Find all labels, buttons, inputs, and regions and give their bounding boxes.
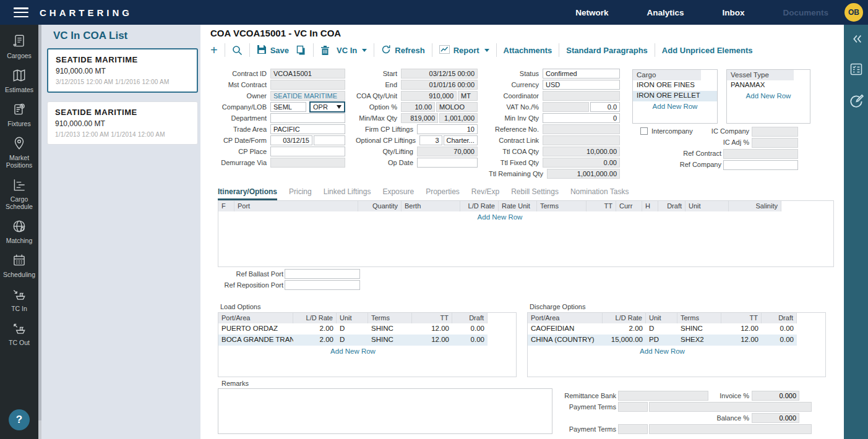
nav-documents[interactable]: Documents bbox=[783, 8, 828, 17]
ref-company-field[interactable] bbox=[723, 160, 798, 170]
itinerary-add-new-row-link[interactable]: Add New Row bbox=[218, 211, 781, 223]
cargo-item[interactable]: IRON ORE PELLET bbox=[633, 91, 717, 101]
sidebar-item-market-positions[interactable]: Market Positions bbox=[0, 135, 38, 169]
gantt-icon bbox=[11, 177, 27, 193]
tab-nomination-tasks[interactable]: Nomination Tasks bbox=[570, 187, 629, 200]
compose-sync-icon[interactable] bbox=[848, 93, 864, 111]
discharge-options-add-new-row-link[interactable]: Add New Row bbox=[528, 346, 797, 357]
copy-icon[interactable] bbox=[296, 45, 306, 56]
tab-itinerary-options[interactable]: Itinerary/Options bbox=[218, 187, 277, 200]
field-label: Min/Max Qty bbox=[356, 114, 401, 122]
delete-icon[interactable] bbox=[320, 45, 330, 56]
sidebar-item-tc-in[interactable]: TC In bbox=[0, 286, 38, 312]
tab-rev-exp[interactable]: Rev/Exp bbox=[471, 187, 499, 200]
help-button[interactable]: ? bbox=[9, 409, 30, 430]
cell: 0.00 bbox=[452, 335, 488, 346]
sidebar-item-matching[interactable]: Matching bbox=[0, 218, 38, 244]
report-dropdown[interactable]: Report bbox=[439, 45, 489, 56]
attachments-button[interactable]: Attachments bbox=[504, 46, 552, 55]
trade-area-field[interactable]: PACIFIC bbox=[270, 124, 345, 134]
currency-field[interactable]: USD bbox=[543, 80, 620, 90]
sidebar-item-scheduling[interactable]: Scheduling bbox=[0, 252, 38, 278]
nav-analytics[interactable]: Analytics bbox=[647, 8, 684, 17]
tab-exposure[interactable]: Exposure bbox=[382, 187, 414, 200]
search-icon[interactable] bbox=[232, 45, 243, 56]
cargo-box-header: Cargo bbox=[633, 70, 701, 80]
owner-field[interactable]: SEATIDE MARITIME bbox=[270, 91, 345, 101]
ref-ballast-port-field[interactable] bbox=[285, 269, 360, 279]
sidebar-item-estimates[interactable]: Estimates bbox=[0, 67, 38, 93]
optional-cp-count-field[interactable]: 3 bbox=[419, 135, 442, 145]
vessel-type-item[interactable]: PANAMAX bbox=[727, 80, 810, 91]
op-date-field[interactable] bbox=[417, 158, 478, 168]
list-panel-title: VC In COA List bbox=[53, 30, 199, 42]
sidebar-item-cargoes[interactable]: Cargoes bbox=[0, 33, 38, 59]
cp-date-field[interactable]: 03/12/15 bbox=[270, 135, 312, 145]
lob-dropdown[interactable]: OPR bbox=[309, 101, 345, 113]
new-button[interactable]: + bbox=[210, 44, 218, 56]
table-row[interactable]: CHINA (COUNTRY) 15,000.00 PD SHEX2 12.00… bbox=[528, 335, 825, 346]
min-inv-qty-field[interactable]: 0 bbox=[543, 113, 620, 123]
tab-linked-liftings[interactable]: Linked Liftings bbox=[324, 187, 371, 200]
department-field[interactable] bbox=[270, 113, 345, 123]
top-bar: CHARTERING Network Analytics Inbox Docum… bbox=[0, 0, 868, 25]
optional-cp-type-field[interactable]: Charter... bbox=[444, 135, 478, 145]
vessel-add-new-row-link[interactable]: Add New Row bbox=[727, 91, 810, 100]
table-row[interactable]: PUERTO ORDAZ 2.00 D SHINC 12.00 0.00 bbox=[218, 323, 516, 335]
cargo-item[interactable]: IRON ORE FINES bbox=[633, 80, 717, 91]
ship-in-icon bbox=[11, 286, 27, 302]
tab-properties[interactable]: Properties bbox=[426, 187, 460, 200]
save-icon bbox=[257, 45, 267, 56]
column-header: L/D Rate bbox=[603, 313, 646, 323]
vc-in-dropdown[interactable]: VC In bbox=[337, 46, 367, 55]
remarks-textarea[interactable] bbox=[218, 388, 552, 434]
cargo-list-box: Cargo IRON ORE FINES IRON ORE PELLET Add… bbox=[632, 69, 718, 124]
table-row[interactable]: CAOFEIDIAN 2.00 D SHINC 12.00 0.00 bbox=[528, 323, 825, 335]
status-field[interactable]: Confirmed bbox=[543, 69, 620, 79]
mst-contract-field bbox=[270, 80, 345, 90]
vat-pct-field[interactable]: 0.0 bbox=[590, 102, 620, 112]
intercompany-checkbox[interactable] bbox=[640, 127, 648, 135]
coa-list-card[interactable]: SEATIDE MARITIME 910,000.00 MT 1/1/2013 … bbox=[47, 101, 198, 145]
add-unpriced-elements-button[interactable]: Add Unpriced Elements bbox=[662, 46, 753, 55]
cp-form-field[interactable] bbox=[314, 135, 345, 145]
ref-reposition-port-field[interactable] bbox=[285, 280, 360, 290]
ship-out-icon bbox=[11, 320, 27, 336]
tab-pricing[interactable]: Pricing bbox=[289, 187, 312, 200]
coa-list-card[interactable]: SEATIDE MARITIME 910,000.00 MT 3/12/2015… bbox=[47, 48, 198, 93]
load-options-add-new-row-link[interactable]: Add New Row bbox=[218, 346, 488, 357]
sidebar-item-tc-out[interactable]: TC Out bbox=[0, 320, 38, 346]
sidebar-item-label: Market Positions bbox=[0, 154, 38, 169]
nav-inbox[interactable]: Inbox bbox=[722, 8, 744, 17]
company-field[interactable]: SEML bbox=[270, 102, 306, 112]
hamburger-menu-icon[interactable] bbox=[14, 7, 28, 17]
payment-terms-desc-field bbox=[649, 402, 812, 412]
collapse-panel-icon[interactable] bbox=[849, 32, 863, 48]
refresh-button[interactable]: Refresh bbox=[381, 45, 424, 56]
sidebar-item-label: Fixtures bbox=[7, 120, 30, 127]
nav-network[interactable]: Network bbox=[575, 8, 608, 17]
coordinator-field bbox=[543, 91, 620, 101]
sidebar-item-fixtures[interactable]: Fixtures bbox=[0, 101, 38, 127]
table-row[interactable]: BOCA GRANDE TRANS 2.00 D SHINC 12.00 0.0… bbox=[218, 335, 516, 346]
max-qty-field: 1,001,000 bbox=[439, 113, 478, 123]
field-label: Coordinator bbox=[489, 92, 543, 100]
cell: SHINC bbox=[368, 335, 412, 346]
column-header: Berth bbox=[402, 201, 460, 211]
sidebar-item-cargo-schedule[interactable]: Cargo Schedule bbox=[0, 177, 38, 210]
tab-rebill-settings[interactable]: Rebill Settings bbox=[511, 187, 559, 200]
card-date-range: 1/1/2013 12:00 AM 1/1/2014 12:00 AM bbox=[55, 131, 190, 138]
avatar[interactable]: OB bbox=[844, 3, 863, 22]
ic-company-label: IC Company bbox=[672, 127, 749, 135]
column-header: L/D Rate bbox=[460, 201, 499, 211]
cargo-add-new-row-link[interactable]: Add New Row bbox=[633, 101, 717, 110]
column-header: TT bbox=[412, 313, 452, 323]
checklist-icon[interactable] bbox=[849, 62, 864, 79]
column-header: Unit bbox=[646, 313, 677, 323]
standard-paragraphs-button[interactable]: Standard Paragraphs bbox=[566, 46, 648, 55]
payment-terms-label: Payment Terms bbox=[547, 403, 616, 411]
firm-cp-liftings-field[interactable]: 10 bbox=[417, 124, 478, 134]
cp-place-field[interactable] bbox=[270, 147, 345, 156]
card-quantity: 910,000.00 MT bbox=[56, 67, 189, 75]
save-button[interactable]: Save bbox=[257, 45, 289, 56]
